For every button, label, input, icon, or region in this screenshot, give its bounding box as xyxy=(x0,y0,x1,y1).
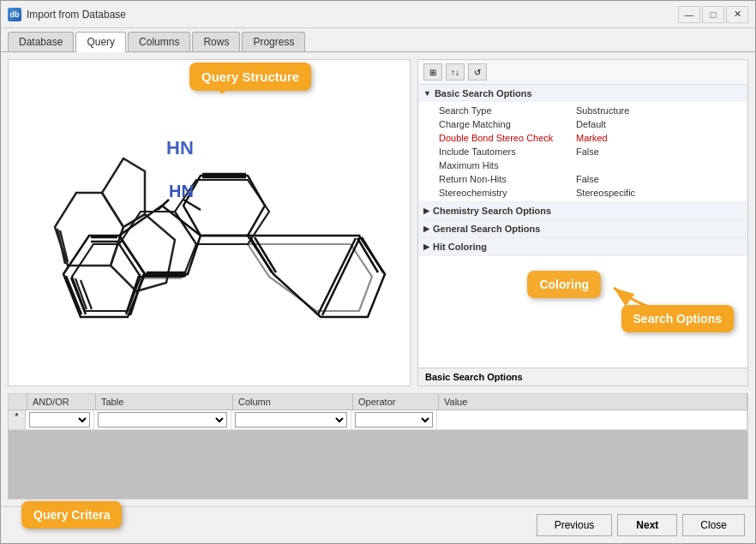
column-cell xyxy=(231,410,351,429)
tab-columns[interactable]: Columns xyxy=(128,32,190,51)
charge-matching-value: Default xyxy=(576,119,606,129)
search-type-label: Search Type xyxy=(439,105,576,116)
query-row: * xyxy=(9,410,747,430)
molecule-panel: HN xyxy=(8,59,411,386)
options-toolbar: ⊞ ↑↓ ↺ xyxy=(418,60,747,85)
basic-search-header[interactable]: Basic Search Options xyxy=(418,85,747,102)
chemistry-search-section: Chemistry Search Options xyxy=(418,202,747,220)
header-andor: AND/OR xyxy=(27,394,96,409)
return-nonhits-label: Return Non-Hits xyxy=(439,174,576,184)
query-criteria-annotation: Query Critera xyxy=(21,501,122,529)
tab-database[interactable]: Database xyxy=(8,32,74,51)
query-table-header: AND/OR Table Column Operator Value xyxy=(9,394,747,410)
hit-coloring-section: Hit Coloring xyxy=(418,238,747,256)
return-nonhits-value: False xyxy=(576,174,599,184)
basic-search-body: Search Type Substructure Charge Matching… xyxy=(418,102,747,201)
andor-cell xyxy=(26,410,94,429)
search-options-annotation: Search Options xyxy=(621,305,734,332)
toolbar-reset-button[interactable]: ↺ xyxy=(468,63,487,81)
query-criteria-area: Query Critera AND/OR Table Column Operat… xyxy=(8,393,748,499)
stereochemistry-value: Stereospecific xyxy=(576,188,635,198)
window-title: Import from Database xyxy=(27,9,678,21)
search-options-panel: ⊞ ↑↓ ↺ Basic Search Options Search Type xyxy=(417,59,748,386)
table-select[interactable] xyxy=(98,412,227,427)
general-search-section: General Search Options xyxy=(418,220,747,238)
header-operator: Operator xyxy=(353,394,439,409)
query-gray-area xyxy=(9,430,747,499)
operator-cell xyxy=(351,410,437,429)
maximize-button[interactable]: □ xyxy=(702,6,724,23)
main-content: Query Structure HN xyxy=(1,52,755,393)
row-id: * xyxy=(9,410,26,429)
molecule-svg: HN xyxy=(25,81,393,364)
window-controls: — □ ✕ xyxy=(678,6,748,23)
header-column: Column xyxy=(233,394,353,409)
tab-bar: Database Query Columns Rows Progress xyxy=(1,28,755,52)
svg-line-20 xyxy=(357,238,378,272)
svg-line-32 xyxy=(322,237,360,315)
return-nonhits-row: Return Non-Hits False xyxy=(418,172,747,186)
close-window-button[interactable]: ✕ xyxy=(726,6,748,23)
chemistry-search-label: Chemistry Search Options xyxy=(433,206,551,216)
spacer xyxy=(418,359,747,368)
stereochemistry-label: Stereochemistry xyxy=(439,188,576,198)
max-hits-row: Maximum Hits xyxy=(418,158,747,172)
tautomers-row: Include Tautomers False xyxy=(418,145,747,158)
double-bond-label: Double Bond Stereo Check xyxy=(439,133,576,143)
table-cell xyxy=(94,410,231,429)
svg-text:HN: HN xyxy=(169,182,194,200)
options-status: Basic Search Options xyxy=(418,368,747,386)
minimize-button[interactable]: — xyxy=(678,6,700,23)
titlebar: db Import from Database — □ ✕ xyxy=(1,1,755,28)
stereochemistry-row: Stereochemistry Stereospecific xyxy=(418,186,747,200)
tab-progress[interactable]: Progress xyxy=(242,32,305,51)
search-type-value: Substructure xyxy=(576,105,629,116)
andor-select[interactable] xyxy=(29,412,90,427)
max-hits-label: Maximum Hits xyxy=(439,160,576,170)
general-search-header[interactable]: General Search Options xyxy=(418,220,747,237)
basic-search-arrow xyxy=(423,89,431,98)
molecule-group: HN xyxy=(63,174,385,317)
double-bond-value: Marked xyxy=(576,133,608,143)
coloring-annotation: Coloring xyxy=(527,271,601,298)
chemistry-search-arrow xyxy=(423,206,429,215)
toolbar-grid-button[interactable]: ⊞ xyxy=(423,63,442,81)
svg-marker-6 xyxy=(102,158,145,227)
column-select[interactable] xyxy=(235,412,347,427)
general-search-arrow xyxy=(423,224,429,233)
header-value: Value xyxy=(439,394,747,409)
app-icon: db xyxy=(8,8,21,21)
hit-coloring-header[interactable]: Hit Coloring xyxy=(418,238,747,255)
molecule-view: HN xyxy=(9,60,410,386)
search-type-row: Search Type Substructure xyxy=(418,104,747,117)
charge-matching-label: Charge Matching xyxy=(439,119,576,129)
svg-line-30 xyxy=(250,237,272,272)
next-button[interactable]: Next xyxy=(617,514,677,536)
svg-text:HN: HN xyxy=(166,137,194,158)
value-cell xyxy=(437,410,747,429)
tab-rows[interactable]: Rows xyxy=(192,32,240,51)
main-window: db Import from Database — □ ✕ Database Q… xyxy=(0,0,756,544)
double-bond-row: Double Bond Stereo Check Marked xyxy=(418,131,747,145)
svg-line-31 xyxy=(255,237,276,272)
general-search-label: General Search Options xyxy=(433,224,540,234)
close-button[interactable]: Close xyxy=(682,514,745,536)
tautomers-label: Include Tautomers xyxy=(439,146,576,157)
previous-button[interactable]: Previous xyxy=(537,514,613,536)
charge-matching-row: Charge Matching Default xyxy=(418,117,747,131)
svg-line-33 xyxy=(318,238,356,314)
tab-query[interactable]: Query xyxy=(75,32,126,52)
value-input[interactable] xyxy=(441,413,743,427)
tautomers-value: False xyxy=(576,146,599,157)
header-table: Table xyxy=(96,394,233,409)
chemistry-search-header[interactable]: Chemistry Search Options xyxy=(418,202,747,219)
hit-coloring-arrow xyxy=(423,242,429,251)
basic-search-label: Basic Search Options xyxy=(435,88,532,99)
status-label: Basic Search Options xyxy=(425,372,523,382)
hit-coloring-label: Hit Coloring xyxy=(433,242,487,252)
operator-select[interactable] xyxy=(355,412,433,427)
toolbar-sort-button[interactable]: ↑↓ xyxy=(446,63,465,81)
basic-search-section: Basic Search Options Search Type Substru… xyxy=(418,85,747,202)
